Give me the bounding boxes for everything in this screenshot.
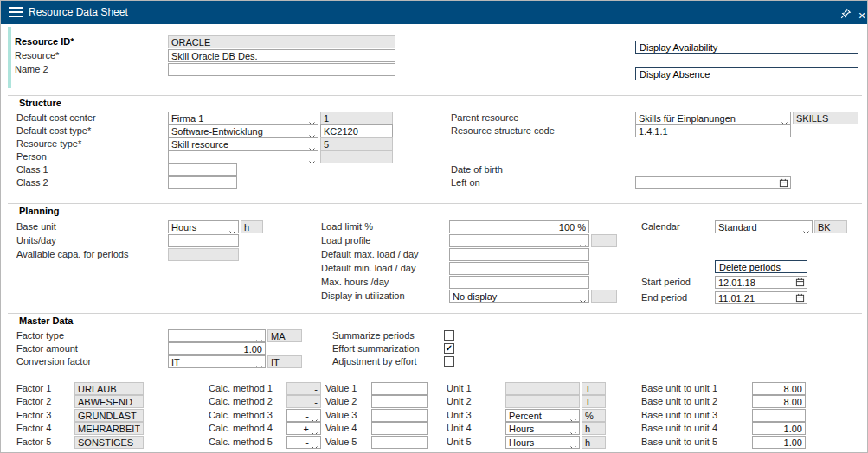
effort-summarization-checkbox[interactable]: ✓ [444, 343, 454, 354]
summarize-periods-label: Summarize periods [332, 329, 415, 342]
left-on-field[interactable] [635, 176, 791, 189]
base-unit-3-field[interactable] [752, 409, 806, 422]
person-label: Person [16, 150, 47, 163]
default-min-load-field[interactable] [449, 262, 589, 275]
value-3-field[interactable] [371, 409, 428, 422]
adjustment-by-effort-checkbox[interactable] [444, 356, 454, 367]
resource-type-select[interactable]: Skill resource [168, 137, 318, 150]
factor-type-code-field [267, 329, 302, 342]
value-1-label: Value 1 [325, 382, 357, 395]
resource-structure-code-label: Resource structure code [451, 124, 555, 137]
person-select[interactable] [168, 150, 318, 163]
calc-method-1-label: Calc. method 1 [209, 382, 273, 395]
class2-field[interactable] [168, 176, 237, 189]
display-utilization-aux-field [591, 290, 617, 303]
parent-resource-label: Parent resource [451, 112, 518, 124]
unit-3-select[interactable]: Percent [505, 409, 580, 422]
chevron-down-icon [256, 360, 262, 368]
chevron-down-icon [309, 117, 315, 124]
default-cost-center-code-field [320, 112, 393, 124]
unit-5-label: Unit 5 [447, 436, 472, 449]
base-unit-5-field[interactable] [752, 436, 806, 449]
chevron-down-icon [580, 295, 586, 303]
base-unit-select[interactable]: Hours [168, 220, 239, 233]
resource-data-sheet-window: Resource Data Sheet ✕ Resource ID* Resou… [0, 0, 868, 453]
menu-icon[interactable] [9, 7, 23, 18]
display-availability-button[interactable]: Display Availability [635, 41, 858, 54]
value-1-field[interactable] [371, 382, 428, 395]
value-2-field[interactable] [371, 395, 428, 408]
unit-1-code-field [582, 382, 606, 395]
calendar-select[interactable]: Standard [715, 220, 813, 233]
section-header-master-data: Master Data [19, 315, 73, 328]
start-period-field[interactable]: 12.01.18 [715, 276, 807, 289]
factor-type-select[interactable] [168, 329, 266, 342]
pin-icon[interactable] [839, 7, 852, 19]
close-icon[interactable]: ✕ [856, 7, 868, 19]
chevron-down-icon [229, 226, 235, 233]
calc-method-4-select[interactable]: + [286, 422, 321, 435]
default-cost-center-select[interactable]: Firma 1 [168, 112, 318, 124]
base-unit-2-label: Base unit to unit 2 [641, 395, 717, 408]
value-5-label: Value 5 [325, 436, 357, 449]
load-profile-select[interactable] [449, 234, 589, 247]
default-max-load-label: Default max. load / day [321, 248, 419, 261]
unit-2-label: Unit 2 [447, 395, 472, 408]
calc-method-1-field [286, 382, 321, 395]
name2-field[interactable] [168, 63, 395, 76]
start-period-label: Start period [641, 276, 691, 289]
base-unit-2-field[interactable] [752, 395, 806, 408]
value-5-field[interactable] [371, 436, 428, 449]
end-period-field[interactable]: 11.01.21 [715, 291, 807, 304]
base-unit-4-field[interactable] [752, 422, 806, 435]
base-unit-1-field[interactable] [752, 382, 806, 395]
calc-method-5-label: Calc. method 5 [209, 436, 273, 449]
parent-resource-select[interactable]: Skills für Einplanungen [635, 112, 791, 124]
class1-label: Class 1 [16, 163, 48, 176]
load-limit-label: Load limit % [321, 220, 373, 233]
resource-id-field [168, 35, 395, 48]
section-divider [8, 95, 862, 96]
chevron-down-icon [781, 117, 788, 124]
conversion-factor-label: Conversion factor [16, 355, 91, 368]
summarize-periods-checkbox[interactable] [444, 330, 454, 341]
resource-type-label: Resource type* [16, 137, 81, 150]
calendar-icon[interactable] [795, 278, 805, 290]
chevron-down-icon [309, 156, 315, 163]
calc-method-2-field [286, 395, 321, 408]
person-code-field [320, 150, 393, 163]
delete-periods-button[interactable]: Delete periods [715, 260, 807, 273]
factor-3-label: Factor 3 [16, 409, 51, 422]
value-4-field[interactable] [371, 422, 428, 435]
value-3-label: Value 3 [325, 409, 357, 422]
default-max-load-field[interactable] [449, 248, 589, 261]
calc-method-5-select[interactable]: - [286, 436, 321, 449]
factor-amount-field[interactable] [168, 342, 266, 355]
calc-method-3-select[interactable]: - [286, 409, 321, 422]
factor-1-label: Factor 1 [16, 382, 51, 395]
resource-structure-code-field[interactable] [635, 124, 791, 137]
calendar-icon[interactable] [795, 293, 805, 305]
default-cost-type-select[interactable]: Software-Entwicklung [168, 124, 318, 137]
unit-4-label: Unit 4 [447, 422, 472, 435]
max-hours-field[interactable] [449, 276, 589, 289]
parent-resource-code-field [793, 112, 858, 124]
class2-label: Class 2 [16, 176, 48, 189]
max-hours-label: Max. hours /day [321, 276, 389, 289]
resource-field[interactable] [168, 49, 395, 62]
load-limit-field[interactable] [449, 220, 589, 233]
units-day-field[interactable] [168, 234, 239, 247]
chevron-down-icon [570, 414, 576, 422]
conversion-factor-select[interactable]: IT [168, 355, 266, 368]
factor-amount-label: Factor amount [16, 342, 78, 355]
left-on-label: Left on [451, 176, 480, 189]
calendar-label: Calendar [641, 220, 680, 233]
unit-4-select[interactable]: Hours [505, 422, 580, 435]
class1-field[interactable] [168, 163, 237, 176]
display-absence-button[interactable]: Display Absence [635, 67, 858, 80]
default-cost-type-code-field[interactable] [320, 124, 393, 137]
unit-5-select[interactable]: Hours [505, 436, 580, 449]
value-2-label: Value 2 [325, 395, 357, 408]
calendar-icon[interactable] [779, 178, 788, 190]
display-utilization-select[interactable]: No display [449, 290, 589, 303]
